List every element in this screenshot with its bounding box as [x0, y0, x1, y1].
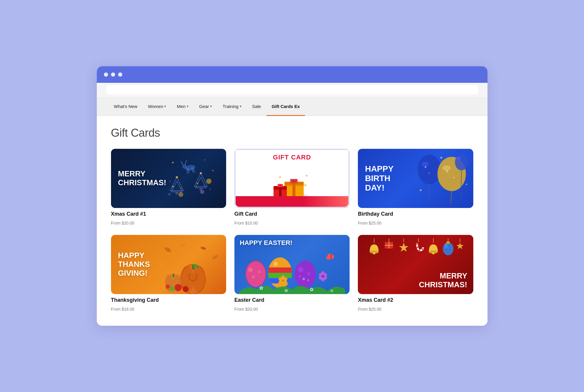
- svg-point-62: [420, 189, 421, 191]
- card-image-text-xmas1: MERRYCHRISTMAS!: [118, 170, 166, 187]
- svg-point-107: [279, 281, 282, 284]
- card-name-thanksgiving: Thanksgiving Card: [111, 297, 226, 303]
- svg-point-25: [197, 183, 198, 184]
- browser-dot-3: [118, 72, 122, 77]
- svg-point-66: [200, 246, 206, 250]
- card-name-birthday: Birthday Card: [358, 211, 473, 217]
- svg-point-97: [298, 267, 303, 272]
- svg-point-67: [212, 254, 219, 260]
- cards-grid: MERRYCHRISTMAS! ❄: [111, 149, 473, 312]
- svg-point-101: [307, 279, 309, 281]
- nav-item-training[interactable]: Training ▾: [217, 97, 247, 116]
- svg-point-28: [206, 178, 211, 184]
- svg-point-96: [295, 261, 316, 288]
- svg-marker-143: [456, 243, 464, 249]
- svg-point-38: [292, 180, 295, 183]
- svg-text:✿: ✿: [330, 289, 333, 293]
- card-name-giftcard: Gift Card: [234, 211, 350, 217]
- svg-point-4: [210, 188, 211, 190]
- svg-line-13: [185, 162, 186, 164]
- thanksgiving-text: HAPPYTHANKSGIVING!: [118, 251, 150, 278]
- card-price-giftcard: From $10.00: [234, 221, 350, 225]
- svg-point-104: [284, 277, 287, 281]
- nav-item-women[interactable]: Women ▾: [143, 97, 171, 116]
- browser-chrome: [97, 66, 488, 83]
- svg-point-1: [204, 159, 205, 160]
- svg-text:❄: ❄: [168, 192, 171, 197]
- card-item-thanksgiving[interactable]: HAPPYTHANKSGIVING!: [111, 235, 226, 312]
- nav-item-gear[interactable]: Gear ▾: [194, 97, 217, 116]
- nav-item-gift-cards[interactable]: Gift Cards Ex: [266, 97, 305, 116]
- svg-point-99: [307, 272, 310, 275]
- easter-decoration: ✿ ✿ ✿ ✿: [234, 244, 350, 294]
- card-image-xmas1: MERRYCHRISTMAS! ❄: [111, 149, 226, 208]
- svg-rect-18: [176, 192, 178, 194]
- svg-marker-23: [195, 177, 206, 188]
- xmas2-text: MERRYCHRISTMAS!: [419, 272, 467, 289]
- svg-rect-92: [268, 267, 292, 273]
- svg-line-55: [451, 191, 452, 204]
- svg-point-26: [203, 184, 205, 186]
- svg-point-141: [445, 243, 448, 248]
- nav-item-whats-new[interactable]: What's New: [109, 97, 143, 116]
- card-image-giftcard: GIFT CARD: [234, 149, 350, 208]
- svg-text:★: ★: [428, 172, 430, 175]
- nav-item-sale[interactable]: Sale: [247, 97, 266, 116]
- address-bar-area: [97, 83, 488, 97]
- svg-point-29: [200, 190, 204, 194]
- svg-point-40: [306, 175, 308, 177]
- svg-point-19: [172, 185, 173, 187]
- svg-point-139: [443, 242, 453, 255]
- svg-point-64: [164, 246, 172, 253]
- svg-point-21: [176, 176, 178, 178]
- xmas1-decoration: ❄: [160, 152, 223, 205]
- svg-point-68: [159, 262, 165, 267]
- svg-text:✿: ✿: [259, 285, 263, 291]
- easter-text: HAPPY EASTER!: [240, 239, 292, 247]
- svg-point-82: [183, 286, 189, 292]
- birthday-text: HAPPYBIRTHDAY!: [365, 164, 393, 193]
- svg-point-39: [279, 176, 281, 178]
- svg-text:★: ★: [453, 176, 455, 179]
- svg-point-2: [212, 170, 214, 171]
- browser-dot-1: [104, 72, 108, 77]
- thanksgiving-decoration: [157, 235, 226, 294]
- svg-point-0: [172, 162, 173, 163]
- chevron-down-icon: ▾: [240, 104, 242, 108]
- svg-point-89: [258, 270, 261, 273]
- svg-marker-133: [399, 243, 408, 252]
- svg-point-87: [248, 267, 253, 272]
- svg-point-61: [440, 157, 442, 159]
- svg-text:★: ★: [446, 170, 449, 173]
- nav-item-men[interactable]: Men ▾: [171, 97, 194, 116]
- svg-point-95: [274, 262, 278, 266]
- svg-point-98: [298, 275, 301, 278]
- svg-point-76: [195, 274, 198, 278]
- svg-point-108: [279, 277, 282, 281]
- card-item-xmas1[interactable]: MERRYCHRISTMAS! ❄: [111, 149, 226, 225]
- svg-point-81: [175, 284, 182, 291]
- svg-point-58: [455, 154, 468, 170]
- svg-line-14: [181, 161, 182, 162]
- address-bar[interactable]: [106, 86, 478, 94]
- svg-text:★: ★: [424, 165, 427, 169]
- nav-bar: What's New Women ▾ Men ▾ Gear ▾ Training…: [97, 97, 488, 116]
- svg-point-109: [281, 279, 284, 282]
- svg-rect-80: [173, 274, 174, 277]
- card-image-xmas2: MERRYCHRISTMAS!: [358, 235, 473, 294]
- svg-point-127: [373, 252, 375, 254]
- svg-point-71: [192, 266, 205, 293]
- svg-point-100: [303, 278, 305, 280]
- card-item-birthday[interactable]: HAPPYBIRTHDAY! ★ ★: [358, 149, 473, 225]
- card-item-giftcard[interactable]: GIFT CARD: [234, 149, 350, 225]
- card-item-easter[interactable]: HAPPY EASTER!: [234, 235, 350, 312]
- card-image-easter: HAPPY EASTER!: [234, 235, 350, 294]
- svg-text:✿: ✿: [310, 287, 313, 292]
- card-name-xmas1: Xmas Card #1: [111, 211, 226, 217]
- card-price-xmas2: From $25.00: [358, 307, 473, 312]
- browser-window: What's New Women ▾ Men ▾ Gear ▾ Training…: [97, 66, 488, 326]
- svg-point-30: [178, 192, 183, 197]
- svg-point-65: [179, 243, 186, 248]
- card-price-thanksgiving: From $18.00: [111, 307, 226, 312]
- card-item-xmas2[interactable]: MERRYCHRISTMAS! Xmas Card #2 From $25.00: [358, 235, 473, 312]
